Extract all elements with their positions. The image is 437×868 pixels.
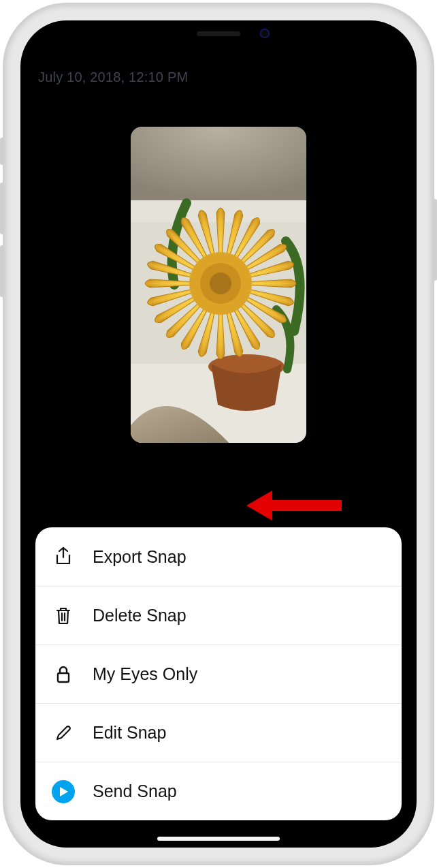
edit-snap-row[interactable]: Edit Snap — [35, 703, 402, 762]
delete-snap-label: Delete Snap — [93, 606, 187, 625]
export-snap-row[interactable]: Export Snap — [35, 527, 402, 586]
notch — [127, 20, 310, 46]
snap-image — [131, 127, 306, 443]
screen: July 10, 2018, 12:10 PM — [20, 20, 417, 848]
export-snap-label: Export Snap — [93, 547, 187, 567]
pencil-icon — [52, 724, 75, 742]
volume-down-button — [0, 245, 4, 297]
my-eyes-only-row[interactable]: My Eyes Only — [35, 645, 402, 703]
lock-icon — [52, 664, 75, 685]
send-snap-row[interactable]: Send Snap — [35, 762, 402, 820]
home-indicator[interactable] — [157, 837, 280, 841]
action-sheet: Export Snap Delete Snap My Eyes Only — [35, 527, 402, 820]
phone-frame: July 10, 2018, 12:10 PM — [4, 4, 433, 864]
trash-icon — [52, 606, 75, 626]
front-camera — [260, 29, 270, 38]
snap-preview[interactable] — [131, 127, 306, 443]
svg-point-7 — [210, 273, 231, 294]
export-icon — [52, 546, 75, 567]
volume-up-button — [0, 183, 4, 234]
speaker-grille — [197, 31, 240, 36]
delete-snap-row[interactable]: Delete Snap — [35, 586, 402, 645]
svg-rect-8 — [58, 673, 69, 682]
send-icon — [52, 780, 75, 803]
my-eyes-only-label: My Eyes Only — [93, 664, 197, 684]
edit-snap-label: Edit Snap — [93, 723, 166, 743]
power-button — [433, 199, 437, 281]
snap-timestamp: July 10, 2018, 12:10 PM — [38, 69, 188, 85]
send-snap-label: Send Snap — [93, 781, 177, 801]
mute-switch — [0, 138, 4, 165]
